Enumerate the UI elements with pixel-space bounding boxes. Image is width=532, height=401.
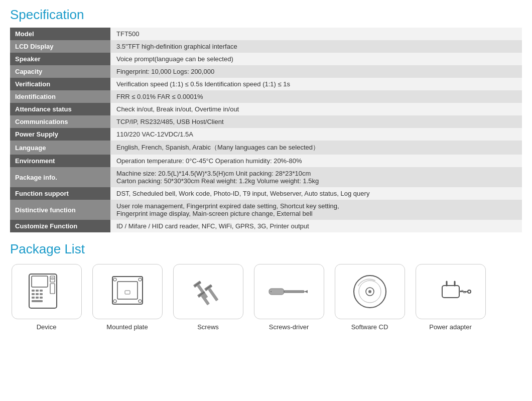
spec-label: Distinctive function — [10, 200, 110, 220]
spec-label: Customize Function — [10, 220, 110, 232]
cd-icon-box — [335, 264, 405, 319]
spec-row: VerificationVerification speed (1:1) ≤ 0… — [10, 78, 522, 90]
spec-row: Power Supply110/220 VAC-12VDC/1.5A — [10, 128, 522, 141]
svg-rect-7 — [36, 293, 39, 295]
package-item-adapter: Power adapter — [414, 264, 487, 331]
spec-label: Package info. — [10, 167, 110, 187]
spec-value: Voice prompt(language can be selected) — [110, 53, 522, 65]
svg-rect-8 — [40, 293, 43, 295]
spec-value: 3.5"TFT high-definition graphical interf… — [110, 40, 522, 53]
spec-value: English, French, Spanish, Arabic（Many la… — [110, 141, 522, 155]
spec-label: Verification — [10, 78, 110, 90]
spec-value: User role management, Fingerprint expire… — [110, 200, 522, 220]
spec-row: EnvironmentOperation temperature: 0°C-45… — [10, 155, 522, 167]
device-icon-box — [12, 264, 82, 319]
svg-point-39 — [368, 290, 371, 293]
driver-label: Screws-driver — [269, 323, 309, 331]
svg-point-44 — [468, 290, 471, 293]
cd-label: Software CD — [351, 323, 388, 331]
svg-point-19 — [139, 278, 142, 281]
spec-value: 110/220 VAC-12VDC/1.5A — [110, 128, 522, 141]
spec-row: LanguageEnglish, French, Spanish, Arabic… — [10, 141, 522, 155]
svg-point-14 — [51, 278, 54, 280]
svg-rect-11 — [40, 297, 43, 299]
svg-point-15 — [52, 278, 53, 279]
adapter-icon-box — [416, 264, 486, 319]
spec-label: LCD Display — [10, 40, 110, 53]
package-item-screws: Screws — [172, 264, 244, 331]
spec-label: Communications — [10, 115, 110, 128]
spec-value: ID / Mifare / HID card reader, NFC, WiFi… — [110, 220, 522, 232]
spec-value: Fingerprint: 10,000 Logs: 200,000 — [110, 65, 522, 78]
spec-row: Customize FunctionID / Mifare / HID card… — [10, 220, 522, 232]
screws-icon-box — [173, 264, 243, 319]
package-item-driver: Screws-driver — [252, 264, 325, 331]
spec-value: Operation temperature: 0°C-45°C Operatio… — [110, 155, 522, 167]
svg-rect-1 — [32, 276, 48, 287]
spec-row: SpeakerVoice prompt(language can be sele… — [10, 53, 522, 65]
package-grid: Device Mounted plate — [10, 264, 522, 331]
svg-rect-12 — [32, 300, 43, 302]
spec-label: Speaker — [10, 53, 110, 65]
spec-row: CapacityFingerprint: 10,000 Logs: 200,00… — [10, 65, 522, 78]
mount-icon-box — [92, 264, 163, 319]
svg-point-20 — [113, 300, 116, 303]
svg-point-21 — [139, 300, 142, 303]
spec-label: Language — [10, 141, 110, 155]
adapter-label: Power adapter — [429, 323, 472, 331]
svg-rect-4 — [36, 290, 39, 292]
spec-label: Power Supply — [10, 128, 110, 141]
spec-value: Verification speed (1:1) ≤ 0.5s Identifi… — [110, 78, 522, 90]
spec-label: Environment — [10, 155, 110, 167]
mount-label: Mounted plate — [106, 323, 148, 331]
spec-label: Capacity — [10, 65, 110, 78]
spec-row: LCD Display3.5"TFT high-definition graph… — [10, 40, 522, 53]
package-title: Package List — [10, 241, 522, 257]
spec-row: Distinctive functionUser role management… — [10, 200, 522, 220]
driver-icon-box — [254, 264, 324, 319]
spec-title: Specification — [10, 7, 522, 23]
svg-rect-22 — [125, 291, 130, 294]
spec-value: FRR ≤ 0.01% FAR ≤ 0.0001% — [110, 90, 522, 103]
spec-value: Check in/out, Break in/out, Overtime in/… — [110, 103, 522, 115]
svg-rect-13 — [50, 284, 55, 294]
spec-row: Package info.Machine size: 20.5(L)*14.5(… — [10, 167, 522, 187]
svg-rect-33 — [284, 291, 304, 293]
package-item-device: Device — [10, 264, 83, 331]
spec-label: Function support — [10, 187, 110, 200]
svg-rect-27 — [208, 288, 218, 301]
spec-row: Attendance statusCheck in/out, Break in/… — [10, 103, 522, 115]
spec-value: TCP/IP, RS232/485, USB Host/Client — [110, 115, 522, 128]
spec-row: CommunicationsTCP/IP, RS232/485, USB Hos… — [10, 115, 522, 128]
spec-value: TFT500 — [110, 28, 522, 40]
spec-label: Model — [10, 28, 110, 40]
svg-rect-6 — [32, 293, 35, 295]
screws-label: Screws — [197, 323, 219, 331]
svg-rect-9 — [32, 297, 35, 299]
spec-label: Attendance status — [10, 103, 110, 115]
svg-point-18 — [113, 278, 116, 281]
spec-row: IdentificationFRR ≤ 0.01% FAR ≤ 0.0001% — [10, 90, 522, 103]
svg-rect-10 — [36, 297, 39, 299]
package-item-mount: Mounted plate — [91, 264, 164, 331]
spec-table: ModelTFT500LCD Display3.5"TFT high-defin… — [10, 28, 522, 232]
package-item-cd: Software CD — [333, 264, 406, 331]
svg-rect-3 — [32, 290, 35, 292]
spec-value: DST, Scheduled bell, Work code, Photo-ID… — [110, 187, 522, 200]
spec-row: ModelTFT500 — [10, 28, 522, 40]
spec-value: Machine size: 20.5(L)*14.5(W)*3.5(H)cm U… — [110, 167, 522, 187]
device-label: Device — [37, 323, 57, 331]
svg-rect-5 — [40, 290, 43, 292]
spec-label: Identification — [10, 90, 110, 103]
svg-rect-40 — [442, 286, 459, 298]
svg-marker-34 — [304, 290, 308, 293]
spec-row: Function supportDST, Scheduled bell, Wor… — [10, 187, 522, 200]
